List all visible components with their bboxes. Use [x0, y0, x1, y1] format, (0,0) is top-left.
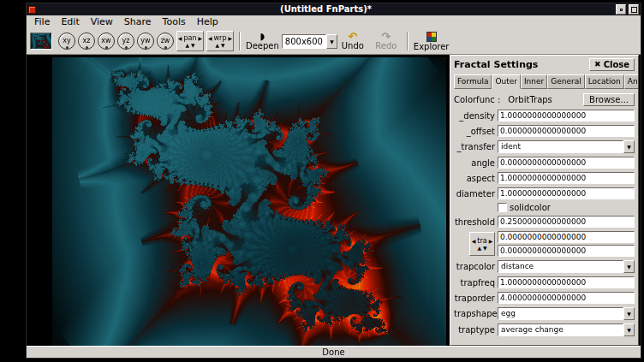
- tra-up-arrow-icon[interactable]: ▲: [477, 245, 481, 251]
- warp-down-arrow-icon[interactable]: ▼: [221, 42, 225, 48]
- transfer-select[interactable]: ident ▼: [498, 140, 635, 153]
- toolbar: xy xz xw yz yw zw ◀ pan ▶ ▲ ▼ ◀ wrp ▶ ▲: [27, 28, 641, 55]
- tra-down-arrow-icon[interactable]: ▼: [483, 245, 487, 251]
- toolbar-separator: [407, 32, 408, 50]
- dropdown-arrow-icon: ▼: [627, 327, 631, 333]
- threshold-row: threshold: [454, 216, 635, 228]
- transfer-row: _transfer ident ▼: [454, 140, 635, 153]
- trapshape-value: egg: [498, 307, 623, 320]
- pan-left-arrow-icon[interactable]: ◀: [178, 35, 182, 41]
- aspect-input[interactable]: [498, 172, 635, 184]
- diameter-row: diameter: [454, 187, 635, 199]
- plane-button-yz[interactable]: yz: [117, 33, 134, 50]
- tra-label: tra: [477, 238, 486, 245]
- menu-view[interactable]: View: [86, 16, 118, 28]
- tra-left-arrow-icon[interactable]: ◀: [472, 238, 476, 244]
- app-window: (Untitled FnParts)* File Edit View Share…: [26, 3, 641, 359]
- toolbar-separator: [239, 32, 241, 50]
- traptype-dropdown-button[interactable]: ▼: [623, 323, 635, 336]
- threshold-input[interactable]: [498, 216, 635, 228]
- redo-button: ↷ Redo: [371, 30, 402, 52]
- tab-location[interactable]: Location: [585, 74, 624, 89]
- pan-control[interactable]: ◀ pan ▶ ▲ ▼: [176, 31, 204, 51]
- panel-title: Fractal Settings: [454, 59, 538, 70]
- colorfunc-value: OrbitTraps: [508, 95, 581, 104]
- solidcolor-checkbox[interactable]: [498, 203, 507, 212]
- solidcolor-label: solidcolor: [510, 203, 551, 212]
- tra-row: ◀ tra ▶ ▲ ▼: [454, 231, 635, 257]
- pan-up-arrow-icon[interactable]: ▲: [185, 42, 189, 48]
- fractal-image[interactable]: [52, 57, 446, 346]
- menu-tools[interactable]: Tools: [158, 16, 191, 28]
- resolution-dropdown-button[interactable]: ▼: [326, 34, 337, 49]
- browse-button[interactable]: Browse...: [583, 93, 635, 106]
- tab-general[interactable]: General: [547, 74, 584, 89]
- tab-formula[interactable]: Formula: [454, 74, 492, 89]
- minimize-icon: [620, 9, 623, 11]
- menubar: File Edit View Share Tools Help: [27, 15, 641, 28]
- warp-right-arrow-icon[interactable]: ▶: [228, 35, 232, 41]
- plane-label-yz: yz: [122, 38, 130, 45]
- threshold-label: threshold: [454, 217, 495, 227]
- plane-button-yw[interactable]: yw: [137, 33, 154, 50]
- plane-label-zw: zw: [161, 38, 170, 45]
- menu-edit[interactable]: Edit: [56, 16, 84, 28]
- offset-input[interactable]: [498, 125, 635, 137]
- traporder-input[interactable]: [498, 292, 635, 304]
- tab-inner[interactable]: Inner: [521, 74, 547, 89]
- status-text: Done: [322, 347, 344, 357]
- statusbar: Done: [27, 346, 641, 358]
- tra-value1-input[interactable]: [498, 231, 635, 243]
- titlebar[interactable]: (Untitled FnParts)*: [27, 3, 641, 15]
- fractal-thumbnail[interactable]: [30, 33, 52, 50]
- plane-button-xz[interactable]: xz: [78, 33, 95, 50]
- maximize-button[interactable]: [629, 4, 639, 15]
- undo-label: Undo: [342, 42, 364, 50]
- density-row: _density: [454, 110, 635, 122]
- plane-label-yw: yw: [140, 38, 150, 45]
- tra-pager-control[interactable]: ◀ tra ▶ ▲ ▼: [469, 232, 495, 256]
- trapshape-label: trapshape: [454, 309, 495, 318]
- tab-outer[interactable]: Outer: [492, 74, 521, 89]
- trapcolor-row: trapcolor distance ▼: [454, 260, 635, 273]
- diameter-label: diameter: [454, 189, 495, 199]
- trapcolor-select[interactable]: distance ▼: [498, 260, 635, 273]
- trapfreq-input[interactable]: [498, 276, 635, 288]
- density-input[interactable]: [498, 110, 635, 122]
- tab-angles[interactable]: Angles: [624, 74, 639, 89]
- undo-button[interactable]: ↶ Undo: [337, 30, 368, 52]
- transfer-dropdown-button[interactable]: ▼: [623, 140, 635, 153]
- trapshape-select[interactable]: egg ▼: [498, 307, 635, 320]
- warp-up-arrow-icon[interactable]: ▲: [215, 42, 219, 48]
- menu-file[interactable]: File: [29, 16, 55, 28]
- diameter-input[interactable]: [498, 187, 635, 199]
- pan-down-arrow-icon[interactable]: ▼: [191, 42, 195, 48]
- plane-button-xw[interactable]: xw: [98, 33, 115, 50]
- plane-label-xy: xy: [63, 38, 70, 45]
- traporder-label: traporder: [454, 294, 495, 303]
- resolution-select[interactable]: 800x600 ▼: [282, 34, 335, 49]
- close-button[interactable]: ✖ Close: [589, 58, 635, 71]
- pan-right-arrow-icon[interactable]: ▶: [199, 35, 203, 41]
- tra-value2-input[interactable]: [498, 245, 635, 257]
- window-menu-icon[interactable]: [28, 6, 36, 14]
- trapcolor-dropdown-button[interactable]: ▼: [623, 260, 635, 273]
- traptype-select[interactable]: average change ▼: [498, 323, 635, 336]
- dropdown-arrow-icon: ▼: [330, 39, 334, 45]
- explorer-button[interactable]: Explorer: [414, 30, 450, 52]
- traptype-row: traptype average change ▼: [454, 323, 635, 336]
- warp-control[interactable]: ◀ wrp ▶ ▲ ▼: [206, 31, 234, 51]
- redo-icon: ↷: [381, 32, 391, 41]
- tra-right-arrow-icon[interactable]: ▶: [489, 238, 493, 244]
- deepen-button[interactable]: ◗ Deepen: [246, 30, 279, 52]
- menu-share[interactable]: Share: [119, 16, 157, 28]
- angle-input[interactable]: [498, 157, 635, 169]
- minimize-button[interactable]: [616, 4, 626, 15]
- trapshape-dropdown-button[interactable]: ▼: [623, 307, 635, 320]
- warp-left-arrow-icon[interactable]: ◀: [208, 35, 212, 41]
- plane-button-zw[interactable]: zw: [157, 33, 174, 50]
- transfer-value: ident: [498, 140, 623, 153]
- plane-button-xy[interactable]: xy: [58, 33, 75, 50]
- traporder-row: traporder: [454, 292, 635, 304]
- menu-help[interactable]: Help: [192, 16, 224, 28]
